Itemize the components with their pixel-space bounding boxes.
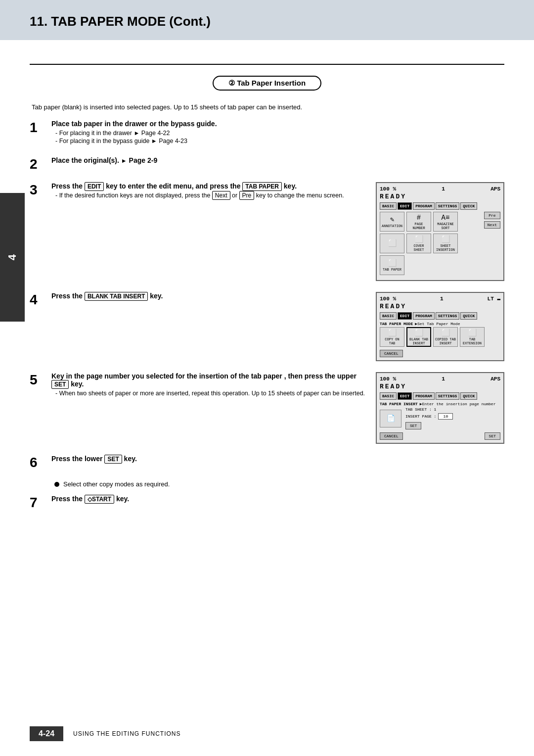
step-4: 4 Press the BLANK TAB INSERT key. 100 % … [30,292,504,361]
screen-3: 100 % 1 APS READY BASIC EDIT PROGRAM SET… [376,372,504,444]
step-2: 2 Place the original(s). ► Page 2-9 [30,156,504,171]
icon-annotation: ✎ ANNOTATION [380,212,404,232]
tab3-edit: EDIT [398,392,412,400]
screen-3-set-lower: SET [485,432,500,440]
step-5: 5 Key in the page number you selected fo… [30,372,504,444]
step-3-content: Press the EDIT key to enter the edit men… [51,182,367,200]
screen-3-footer: CANCEL SET [380,431,500,440]
screen-3-percent: 100 % [380,376,396,382]
step-2-title: Place the original(s). ► Page 2-9 [51,156,504,164]
page-title: 11. TAB PAPER MODE (Cont.) [30,14,504,29]
screen-1-status: 100 % 1 APS [380,186,500,192]
section-title-box: ② Tab Paper Insertion [213,76,321,91]
icon-cover-sheet: ⬜ COVER SHEET [406,234,431,253]
step-5-number: 5 [30,373,51,387]
screen-2-cancel: CANCEL [380,350,403,357]
tab3-settings: SETTINGS [436,392,459,400]
screen-1-icons-row: ✎ ANNOTATION # PAGE NUMBER A≡ MAGAZINE S… [380,212,500,277]
tab2-quick: QUICK [460,312,477,320]
screen-3-num: 1 [442,376,445,382]
edit-key: EDIT [85,182,104,191]
icon-page-number: # PAGE NUMBER [406,212,431,232]
step-4-title: Press the BLANK TAB INSERT key. [51,292,367,300]
screen-3-cancel: CANCEL [380,432,403,440]
tab2-program: PROGRAM [413,312,435,320]
pre-btn: Pre [484,212,500,219]
chapter-bar: 4 [0,193,25,322]
screen-2-ready: READY [380,303,500,310]
screen-1-tabs: BASIC EDIT PROGRAM SETTINGS QUICK [380,202,500,210]
step-6-number: 6 [30,456,51,470]
tab3-basic: BASIC [380,392,397,400]
step-3-number: 3 [30,183,51,197]
step-5-content: Key in the page number you selected for … [51,372,367,398]
screen-1-percent: 100 % [380,186,396,192]
step-1: 1 Place tab paper in the drawer or the b… [30,120,504,145]
insert-page-value: 10 [438,413,453,420]
tab2-basic: BASIC [380,312,397,320]
step-4-screen: 100 % 1 LT ▬ READY BASIC EDIT PROGRAM SE… [376,292,504,361]
icon-tab-extension: ⬜ TAB EXTENSION [460,327,485,347]
step-5-left: 5 Key in the page number you selected fo… [30,372,367,398]
screen-2-icons: ⬜ COPY ON TAB ⬜ BLANK TAB INSERT ⬜ COPIE… [380,327,500,347]
screen-2-mode: LT ▬ [488,296,500,302]
screen-3-status: 100 % 1 APS [380,376,500,382]
step-3-sub: - If the desired function keys are not d… [55,192,367,199]
screen-3-set-upper: SET [405,422,421,429]
step-6-content: Press the lower SET key. [51,455,504,465]
screen-2-percent: 100 % [380,296,396,302]
tab-sheet-label: TAB SHEET : 1 [405,407,453,412]
footer-text: USING THE EDITING FUNCTIONS [73,730,180,737]
step-7: 7 Press the ◇START key. [30,495,504,510]
step-3-title: Press the EDIT key to enter the edit men… [51,182,367,190]
step-3: 3 Press the EDIT key to enter the edit m… [30,182,504,281]
bullet-dot [54,482,59,487]
intro-text: Tab paper (blank) is inserted into selec… [32,103,504,111]
step-6-title: Press the lower SET key. [51,455,504,463]
step-3-left: 3 Press the EDIT key to enter the edit m… [30,182,367,200]
screen-3-tabs: BASIC EDIT PROGRAM SETTINGS QUICK [380,392,500,400]
screen-1-icons: ✎ ANNOTATION # PAGE NUMBER A≡ MAGAZINE S… [380,212,482,275]
tab-edit: EDIT [398,202,412,210]
bullet-1: Select other copy modes as required. [54,480,504,488]
screen-3-mode-label: TAB PAPER INSERT [380,402,418,406]
screen-1: 100 % 1 APS READY BASIC EDIT PROGRAM SET… [376,182,504,281]
screen-1-mode: APS [490,186,500,192]
tab-paper-key: TAB PAPER [242,182,282,191]
screen-2-mode-label: TAB PAPER MODE [380,322,413,326]
icon-blank: ⬜ [380,234,404,253]
chapter-number: 4 [6,254,19,260]
screen-3-mode-text: ▶Enter the insertion page number [420,402,496,406]
step-7-number: 7 [30,496,51,510]
icon-blank-tab-insert: ⬜ BLANK TAB INSERT [406,327,431,347]
step-2-number: 2 [30,157,51,171]
step-1-content: Place tab paper in the drawer or the byp… [51,120,504,145]
step-1-sub-2: - For placing it in the bypass guide ► P… [55,138,504,144]
tab3-quick: QUICK [460,392,477,400]
pre-key: Pre [239,191,255,200]
divider [30,64,504,65]
screen-1-ready: READY [380,193,500,200]
section-number: ② [228,79,235,87]
screen-2: 100 % 1 LT ▬ READY BASIC EDIT PROGRAM SE… [376,292,504,361]
step-1-title: Place tab paper in the drawer or the byp… [51,120,504,128]
set-key-upper: SET [51,380,69,389]
screen-2-num: 1 [440,296,444,302]
step-7-title: Press the ◇START key. [51,495,504,503]
insert-page-label: INSERT PAGE : [405,414,436,419]
screen-2-mode-text: ▶Set Tab Paper Mode [415,322,460,326]
step-1-sub-1: - For placing it in the drawer ► Page 4-… [55,130,504,137]
insert-page-row: INSERT PAGE : 10 [405,413,453,420]
step-2-content: Place the original(s). ► Page 2-9 [51,156,504,166]
tab2-edit: EDIT [398,312,412,320]
screen-1-num: 1 [442,186,445,192]
tab3-program: PROGRAM [413,392,435,400]
step-4-left: 4 Press the BLANK TAB INSERT key. [30,292,367,307]
screen-3-ready: READY [380,383,500,390]
page-header: 11. TAB PAPER MODE (Cont.) [0,0,534,40]
step-4-number: 4 [30,293,51,307]
screen-3-mode: APS [490,376,500,382]
start-key: ◇START [85,495,114,504]
icon-tab-paper: ⬜ TAB PAPER [380,255,404,275]
tab-settings: SETTINGS [436,202,459,210]
